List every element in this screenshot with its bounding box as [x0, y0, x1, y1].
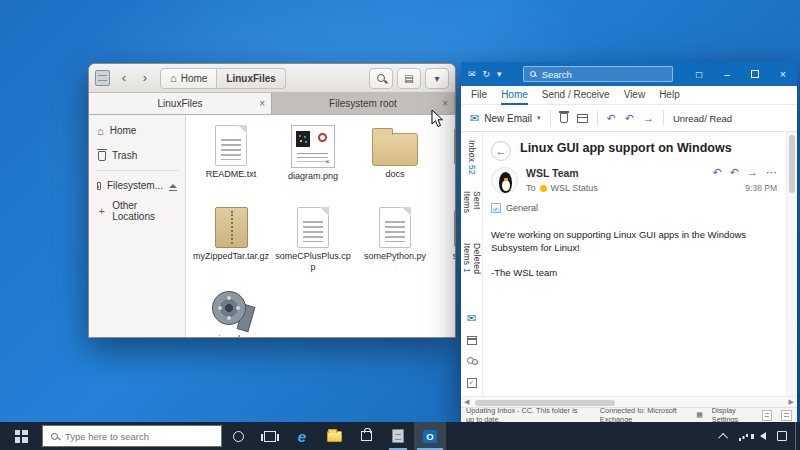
files-app-button[interactable]	[382, 422, 414, 450]
file-grid: README.txt × diagram.png docs	[186, 115, 455, 337]
menu-button[interactable]: ▾	[425, 68, 449, 89]
menu-view[interactable]: View	[624, 89, 646, 102]
tasks-module-icon[interactable]: ✓	[467, 378, 477, 388]
category-tag[interactable]: ✓ General	[491, 203, 777, 213]
scroll-left-icon[interactable]: ◀	[464, 398, 469, 406]
reply-all-icon[interactable]: ↶	[625, 113, 634, 124]
network-icon[interactable]	[739, 432, 749, 441]
breadcrumb: ⌂ Home LinuxFiles	[160, 68, 286, 89]
volume-icon[interactable]	[760, 432, 766, 440]
sidebar-item-home[interactable]: ⌂ Home	[89, 118, 185, 143]
tab-linuxfiles[interactable]: LinuxFiles ×	[89, 93, 272, 114]
search-button[interactable]	[369, 68, 393, 89]
tab-filesystem-root[interactable]: Filesystem root ×	[272, 93, 455, 114]
folder-deleted-items[interactable]: Deleted Items 1	[462, 243, 482, 297]
edge-button[interactable]: e	[286, 422, 318, 450]
reply-all-icon[interactable]: ↶	[730, 167, 739, 178]
sender-name[interactable]: WSL Team	[526, 167, 705, 179]
mail-module-icon[interactable]: ✉	[467, 313, 476, 324]
taskbar-search-input[interactable]	[65, 431, 195, 442]
forward-icon[interactable]: →	[643, 113, 654, 124]
people-module-icon[interactable]	[466, 357, 478, 366]
sender-avatar	[491, 167, 518, 194]
reply-icon[interactable]: ↶	[713, 167, 722, 178]
store-icon	[361, 431, 372, 441]
back-button[interactable]: ←	[491, 141, 511, 161]
send-receive-sync-icon[interactable]: ↻	[483, 70, 491, 79]
horizontal-scrollbar[interactable]: ◀ ▶	[461, 396, 797, 407]
ribbon-options-icon[interactable]: □	[685, 62, 713, 86]
forward-button[interactable]: ›	[136, 68, 154, 88]
menu-home[interactable]: Home	[501, 89, 528, 102]
trash-icon	[98, 151, 106, 161]
outlook-titlebar[interactable]: ✉ ↻ ▾ Search □ – ×	[461, 62, 797, 86]
to-label: To	[526, 183, 536, 193]
file-label: someCPlusPlus.cpp	[274, 251, 352, 272]
archive-icon[interactable]	[577, 114, 588, 123]
tab-bar: LinuxFiles × Filesystem root ×	[89, 93, 455, 115]
layout-view-icon[interactable]	[781, 410, 792, 421]
taskbar-search-box[interactable]	[42, 425, 222, 447]
folder-inbox[interactable]: Inbox 52	[467, 140, 477, 175]
show-desktop-button[interactable]	[795, 422, 800, 450]
recipient-name[interactable]: WSL Status	[551, 183, 598, 193]
outlook-search-box[interactable]: Search	[523, 66, 673, 82]
calendar-module-icon[interactable]	[467, 336, 477, 345]
file-item[interactable]: someCPlusPlus.cpp	[272, 207, 354, 289]
search-placeholder: Search	[542, 69, 572, 80]
tab-label: LinuxFiles	[157, 98, 202, 109]
file-item[interactable]: myZippedTar.tar.gz	[190, 207, 272, 289]
scrollbar-thumb[interactable]	[475, 400, 615, 406]
outlook-button[interactable]: O	[414, 422, 446, 450]
cortana-button[interactable]	[222, 422, 254, 450]
eject-icon[interactable]	[169, 184, 177, 188]
folder-icon	[372, 133, 418, 166]
view-toggle-button[interactable]: ▤	[397, 68, 421, 89]
close-button[interactable]: ×	[769, 62, 797, 86]
outlook-menubar: File Home Send / Receive View Help	[461, 86, 797, 105]
tab-close-icon[interactable]: ×	[259, 99, 265, 109]
file-item[interactable]: sourceCode	[436, 207, 455, 289]
scrollbar-thumb[interactable]	[789, 135, 795, 193]
file-item[interactable]: × diagram.png	[272, 125, 354, 207]
breadcrumb-current-button[interactable]: LinuxFiles	[217, 68, 285, 89]
file-item[interactable]: docs	[354, 125, 436, 207]
breadcrumb-home-button[interactable]: ⌂ Home	[160, 68, 217, 89]
outlook-statusbar: Updating Inbox - CC. This folder is up t…	[461, 407, 797, 422]
maximize-button[interactable]	[741, 62, 769, 86]
scroll-right-icon[interactable]: ▶	[789, 398, 794, 406]
sidebar-item-trash[interactable]: Trash	[89, 143, 185, 168]
file-explorer-button[interactable]	[318, 422, 350, 450]
file-item[interactable]: README.txt	[190, 125, 272, 207]
forward-icon[interactable]: →	[747, 167, 758, 178]
file-item[interactable]: spaceinvaders.mp4	[190, 289, 272, 337]
file-item[interactable]: images	[436, 125, 455, 207]
tray-chevron-up-icon[interactable]	[718, 432, 728, 442]
action-center-icon[interactable]	[777, 431, 787, 441]
minimize-button[interactable]: –	[713, 62, 741, 86]
more-actions-icon[interactable]: ⋯	[766, 167, 777, 178]
delete-icon[interactable]	[560, 113, 568, 123]
tab-close-icon[interactable]: ×	[442, 99, 448, 109]
folder-sent-items[interactable]: Sent Items	[462, 191, 482, 227]
unread-read-button[interactable]: Unread/ Read	[673, 113, 732, 124]
back-button[interactable]: ‹	[115, 68, 133, 88]
menu-help[interactable]: Help	[659, 89, 680, 102]
file-item[interactable]: somePython.py	[354, 207, 436, 289]
sidebar-item-filesystem[interactable]: Filesystem...	[89, 173, 185, 198]
store-button[interactable]	[350, 422, 382, 450]
reading-view-icon[interactable]	[762, 410, 773, 421]
windows-logo-icon	[15, 430, 28, 443]
vertical-scrollbar[interactable]	[786, 132, 797, 396]
quick-access-mail-icon[interactable]: ✉	[468, 70, 476, 79]
sidebar-item-other-locations[interactable]: + Other Locations	[89, 198, 185, 223]
start-button[interactable]	[0, 422, 42, 450]
reply-icon[interactable]: ↶	[607, 113, 616, 124]
menu-file[interactable]: File	[471, 89, 487, 102]
new-email-button[interactable]: ✉ New Email ▾	[470, 113, 541, 124]
system-tray	[721, 422, 795, 450]
quick-access-caret-icon[interactable]: ▾	[497, 70, 502, 79]
menu-send-receive[interactable]: Send / Receive	[542, 89, 610, 102]
message-subject: Linux GUI app support on Windows	[520, 141, 777, 156]
task-view-button[interactable]	[254, 422, 286, 450]
